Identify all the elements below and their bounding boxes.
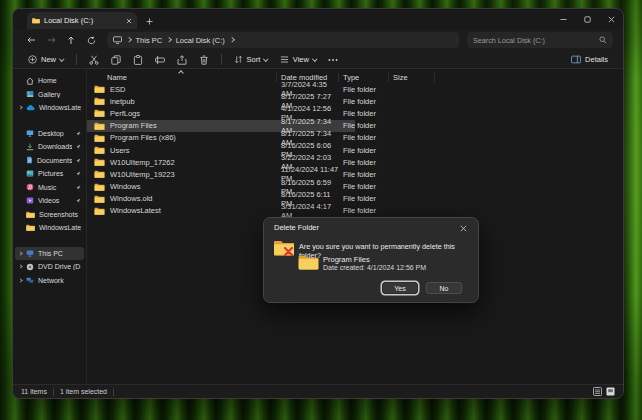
maximize-button[interactable] <box>575 9 599 29</box>
chevron-down-icon <box>59 56 64 61</box>
view-button[interactable]: View <box>275 53 322 66</box>
chevron-right-icon <box>126 38 131 43</box>
table-row[interactable]: PerfLogs 4/1/2024 12:56 PM File folder <box>87 107 623 119</box>
paste-icon <box>133 55 143 65</box>
minimize-button[interactable] <box>551 9 575 29</box>
table-row[interactable]: W10UItemp_19223 11/24/2024 11:47 PM File… <box>87 168 623 180</box>
sidebar-item-music[interactable]: Music <box>15 181 84 195</box>
sidebar-item-dvd-drive[interactable]: DVD Drive (D:) CCC <box>15 260 84 274</box>
sidebar-item-this-pc[interactable]: This PC <box>15 247 84 261</box>
file-explorer-window: Local Disk (C:) <box>12 8 624 399</box>
copy-button[interactable] <box>106 53 126 67</box>
sidebar-item-network[interactable]: Network <box>15 274 84 288</box>
sidebar-item-downloads[interactable]: Downloads <box>15 140 84 154</box>
folder-icon <box>94 134 105 142</box>
large-icons-view-toggle-icon[interactable] <box>606 387 615 396</box>
sidebar-item-screenshots[interactable]: Screenshots <box>15 208 84 222</box>
status-divider <box>113 388 114 396</box>
table-row[interactable]: Windows 8/16/2025 6:59 PM File folder <box>87 181 623 193</box>
pin-icon <box>76 144 81 149</box>
navigation-pane: Home Gallery WindowsLatest - P <box>13 69 87 384</box>
breadcrumb[interactable]: This PC Local Disk (C:) <box>107 32 459 48</box>
table-row[interactable]: WindowsLatest 3/31/2024 4:17 AM File fol… <box>87 205 623 217</box>
tab-close-icon[interactable] <box>126 18 132 24</box>
music-icon <box>26 183 34 191</box>
file-name: PerfLogs <box>110 109 140 118</box>
onedrive-cloud-icon <box>26 105 35 111</box>
up-icon[interactable] <box>63 32 79 48</box>
rename-button[interactable] <box>150 53 170 67</box>
sidebar-item-onedrive[interactable]: WindowsLatest - P <box>15 101 84 115</box>
back-icon[interactable] <box>23 32 39 48</box>
table-row[interactable]: inetpub 8/17/2025 7:27 AM File folder <box>87 95 623 107</box>
search-input[interactable] <box>473 36 595 45</box>
chevron-expand-icon[interactable] <box>18 278 22 282</box>
new-button[interactable]: New <box>23 53 69 66</box>
folder-icon <box>94 97 105 105</box>
new-icon <box>28 55 37 64</box>
file-name: Program Files (x86) <box>110 133 176 142</box>
chevron-expand-icon[interactable] <box>18 265 22 269</box>
no-button[interactable]: No <box>426 282 462 294</box>
sort-button[interactable]: Sort <box>229 53 273 66</box>
table-row[interactable]: Windows.old 8/16/2025 6:11 PM File folde… <box>87 193 623 205</box>
table-row[interactable]: Users 8/16/2025 6:06 PM File folder <box>87 144 623 156</box>
delete-button[interactable] <box>194 53 214 67</box>
yes-button[interactable]: Yes <box>382 282 418 294</box>
tab-title: Local Disk (C:) <box>44 16 122 25</box>
sidebar-item-gallery[interactable]: Gallery <box>15 88 84 102</box>
details-view-toggle-icon[interactable] <box>593 387 602 396</box>
cut-button[interactable] <box>84 53 104 67</box>
refresh-icon[interactable] <box>83 32 99 48</box>
sidebar-item-documents[interactable]: Documents <box>15 154 84 168</box>
titlebar: Local Disk (C:) <box>13 9 623 29</box>
chevron-expand-icon[interactable] <box>18 106 22 110</box>
caption-buttons <box>551 9 623 29</box>
close-button[interactable] <box>599 9 623 29</box>
cut-icon <box>89 55 99 65</box>
file-name: Windows.old <box>110 194 153 203</box>
chevron-expand-icon[interactable] <box>18 251 22 255</box>
folder-icon <box>26 211 35 218</box>
delete-folder-warning-icon <box>273 239 295 256</box>
explorer-tab[interactable]: Local Disk (C:) <box>27 12 137 29</box>
details-pane-button[interactable]: Details <box>566 53 613 66</box>
this-pc-monitor-icon <box>26 250 34 257</box>
new-tab-button[interactable] <box>141 13 157 29</box>
items-count: 11 items <box>21 388 47 395</box>
more-options-button[interactable] <box>323 56 343 64</box>
table-row-selected[interactable]: Program Files 8/17/2025 7:34 AM File fol… <box>87 120 623 132</box>
folder-icon <box>94 183 105 191</box>
table-row[interactable]: ESD 3/7/2024 4:35 AM File folder <box>87 83 623 95</box>
column-header-size[interactable]: Size <box>389 73 435 82</box>
explorer-tab-icon <box>32 17 40 24</box>
column-header-type[interactable]: Type <box>339 73 389 82</box>
dvd-disc-icon <box>26 263 34 271</box>
desktop-wallpaper: Local Disk (C:) <box>0 0 642 420</box>
file-name: Windows <box>110 182 140 191</box>
paste-button[interactable] <box>128 53 148 67</box>
sidebar-item-windowslatest-folder[interactable]: WindowsLatest <box>15 221 84 235</box>
sort-icon <box>234 55 243 64</box>
search-box[interactable] <box>467 32 613 48</box>
share-button[interactable] <box>172 53 192 67</box>
status-bar: 11 items 1 item selected <box>13 384 623 398</box>
rename-icon <box>155 55 165 65</box>
table-row[interactable]: Program Files (x86) 8/17/2025 7:34 AM Fi… <box>87 132 623 144</box>
ellipsis-icon <box>328 58 338 62</box>
dialog-item-name: Program Files <box>323 255 370 264</box>
sidebar-item-pictures[interactable]: Pictures <box>15 167 84 181</box>
breadcrumb-local-disk[interactable]: Local Disk (C:) <box>176 36 225 45</box>
file-name: Users <box>110 146 130 155</box>
sidebar-item-desktop[interactable]: Desktop <box>15 127 84 141</box>
dialog-close-icon[interactable] <box>456 222 470 234</box>
file-name: ESD <box>110 85 125 94</box>
breadcrumb-this-pc[interactable]: This PC <box>136 36 163 45</box>
forward-icon[interactable] <box>43 32 59 48</box>
table-row[interactable]: W10UItemp_17262 3/22/2024 2:03 AM File f… <box>87 156 623 168</box>
sidebar-item-home[interactable]: Home <box>15 74 84 88</box>
file-name: inetpub <box>110 97 135 106</box>
sidebar-item-videos[interactable]: Videos <box>15 194 84 208</box>
trash-icon <box>199 55 209 65</box>
details-pane-icon <box>571 55 581 64</box>
